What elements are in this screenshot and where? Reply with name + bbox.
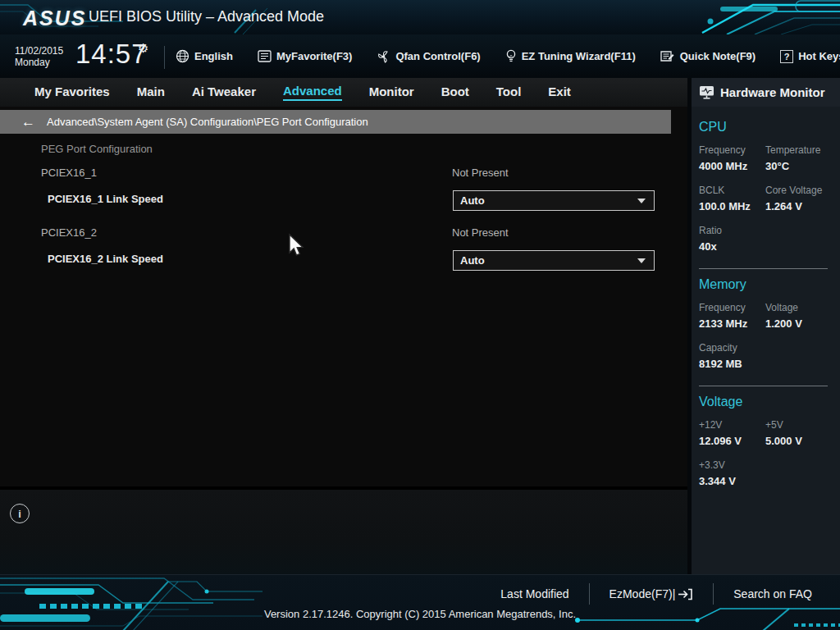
stat-value: 12.096 V (699, 435, 765, 447)
stat-label: +3.3V (699, 459, 765, 471)
tab-ai-tweaker[interactable]: Ai Tweaker (192, 84, 256, 100)
qfan-control-button[interactable]: Qfan Control(F6) (377, 50, 480, 63)
myfavorite-button[interactable]: MyFavorite(F3) (258, 50, 352, 62)
fan-icon (377, 50, 390, 63)
ezmode-button[interactable]: EzMode(F7)| (590, 587, 714, 600)
hw-section-cpu: CPU (699, 120, 830, 135)
stat-cpu-bclk: BCLK 100.0 MHz (699, 185, 765, 212)
question-icon: ? (780, 50, 793, 63)
dropdown-value: Auto (460, 194, 637, 207)
dropdown-pciex16-1-link-speed[interactable]: Auto (453, 190, 655, 211)
day-value: Monday (15, 57, 63, 68)
asus-logo: ASUS (23, 7, 86, 30)
main-menu-bar: My Favorites Main Ai Tweaker Advanced Mo… (0, 78, 687, 107)
stat-value: 8192 MB (699, 358, 765, 370)
dropdown-value: Auto (460, 254, 637, 267)
stat-voltage-5v: +5V 5.000 V (765, 419, 830, 447)
language-label: English (194, 50, 233, 62)
bulb-icon (505, 49, 517, 63)
stat-cpu-ratio: Ratio 40x (699, 225, 765, 253)
nav-tabs: My Favorites Main Ai Tweaker Advanced Mo… (34, 78, 571, 107)
section-divider (699, 268, 828, 269)
stat-value: 1.200 V (765, 317, 830, 330)
toolbar: 11/02/2015 Monday 14:57 ⚙ English (0, 34, 840, 78)
breadcrumb-path: Advanced\System Agent (SA) Configuration… (47, 116, 368, 128)
globe-icon (176, 49, 189, 63)
cpu-stats: Frequency 4000 MHz Temperature 30°C BCLK… (699, 144, 830, 265)
stat-label: Frequency (699, 144, 765, 156)
settings-panel: PEG Port Configuration PCIEX16_1 Not Pre… (0, 134, 687, 486)
search-faq-label: Search on FAQ (733, 587, 812, 600)
stat-voltage-3-3v: +3.3V 3.344 V (699, 459, 765, 487)
list-icon (258, 50, 272, 62)
info-icon: i (10, 504, 30, 523)
setting-status-pciex16-2: Not Present (452, 226, 509, 239)
hw-section-voltage: Voltage (699, 395, 830, 409)
back-arrow-icon[interactable]: ← (21, 115, 35, 129)
help-panel: i (0, 490, 687, 574)
stat-cpu-frequency: Frequency 4000 MHz (699, 144, 765, 172)
bios-screen: ASUS UEFI BIOS Utility – Advanced Mode 1… (0, 0, 840, 630)
exit-arrow-icon (678, 588, 693, 600)
setting-label-pciex16-2: PCIEX16_2 (41, 226, 97, 239)
myfavorite-label: MyFavorite(F3) (276, 50, 352, 62)
stat-label: Voltage (765, 302, 830, 313)
setting-label-pciex16-2-link-speed: PCIEX16_2 Link Speed (48, 253, 163, 265)
hardware-monitor-header: Hardware Monitor (692, 78, 840, 107)
monitor-icon (699, 85, 714, 99)
hw-section-memory: Memory (699, 277, 830, 292)
stat-label: Temperature (765, 144, 830, 156)
setting-status-pciex16-1: Not Present (452, 167, 509, 179)
stat-value: 5.000 V (765, 435, 830, 447)
stat-value: 40x (699, 240, 765, 253)
window-title: UEFI BIOS Utility – Advanced Mode (89, 8, 324, 25)
ez-tuning-wizard-button[interactable]: EZ Tuning Wizard(F11) (505, 49, 636, 63)
hot-keys-button[interactable]: ? Hot Keys (780, 50, 840, 63)
stat-cpu-core-voltage: Core Voltage 1.264 V (765, 185, 830, 212)
last-modified-button[interactable]: Last Modified (481, 587, 588, 600)
stat-value: 4000 MHz (699, 160, 765, 172)
tab-monitor[interactable]: Monitor (369, 84, 414, 100)
footer-actions: Last Modified EzMode(F7)| Search on FAQ (481, 583, 832, 605)
stat-voltage-12v: +12V 12.096 V (699, 419, 765, 447)
note-icon (660, 50, 675, 63)
breadcrumb: ← Advanced\System Agent (SA) Configurati… (0, 110, 671, 134)
tab-exit[interactable]: Exit (548, 84, 571, 100)
version-text: Version 2.17.1246. Copyright (C) 2015 Am… (0, 608, 840, 620)
setting-label-pciex16-1: PCIEX16_1 (41, 167, 97, 179)
stat-value: 30°C (765, 160, 830, 172)
toolbar-divider (164, 46, 165, 69)
tab-main[interactable]: Main (137, 84, 165, 100)
system-time[interactable]: 14:57 (75, 39, 148, 70)
last-modified-label: Last Modified (500, 587, 568, 600)
footer-bar: Last Modified EzMode(F7)| Search on FAQ … (0, 574, 840, 630)
memory-stats: Frequency 2133 MHz Voltage 1.200 V Capac… (699, 302, 830, 382)
toolbar-items: English MyFavorite(F3) Qfan Cont (176, 34, 840, 78)
tab-advanced[interactable]: Advanced (283, 84, 342, 101)
circuit-decoration-bottom-left (0, 575, 262, 630)
title-bar: ASUS UEFI BIOS Utility – Advanced Mode (0, 0, 840, 34)
date-value: 11/02/2015 (15, 45, 63, 57)
dropdown-pciex16-2-link-speed[interactable]: Auto (453, 250, 655, 271)
tab-my-favorites[interactable]: My Favorites (34, 84, 110, 100)
voltage-stats: +12V 12.096 V +5V 5.000 V +3.3V 3.344 V (699, 419, 830, 500)
stat-label: Frequency (699, 302, 765, 313)
hardware-monitor-panel: Hardware Monitor CPU Frequency 4000 MHz … (687, 78, 840, 574)
stat-value: 3.344 V (699, 475, 765, 487)
section-title: PEG Port Configuration (41, 143, 153, 155)
system-date[interactable]: 11/02/2015 Monday (15, 45, 63, 68)
stat-memory-voltage: Voltage 1.200 V (765, 302, 830, 330)
quick-note-label: Quick Note(F9) (680, 50, 756, 62)
ez-tuning-label: EZ Tuning Wizard(F11) (522, 50, 636, 62)
clock-settings-gear-icon[interactable]: ⚙ (138, 41, 148, 56)
stat-label: +12V (699, 419, 765, 431)
hardware-monitor-body: CPU Frequency 4000 MHz Temperature 30°C … (692, 107, 840, 500)
stat-label: BCLK (699, 185, 765, 196)
section-divider (699, 386, 828, 386)
language-button[interactable]: English (176, 49, 233, 63)
tab-tool[interactable]: Tool (496, 84, 522, 100)
tab-boot[interactable]: Boot (441, 84, 469, 100)
quick-note-button[interactable]: Quick Note(F9) (660, 50, 756, 63)
search-on-faq-button[interactable]: Search on FAQ (714, 587, 832, 600)
stat-value: 2133 MHz (699, 317, 765, 330)
